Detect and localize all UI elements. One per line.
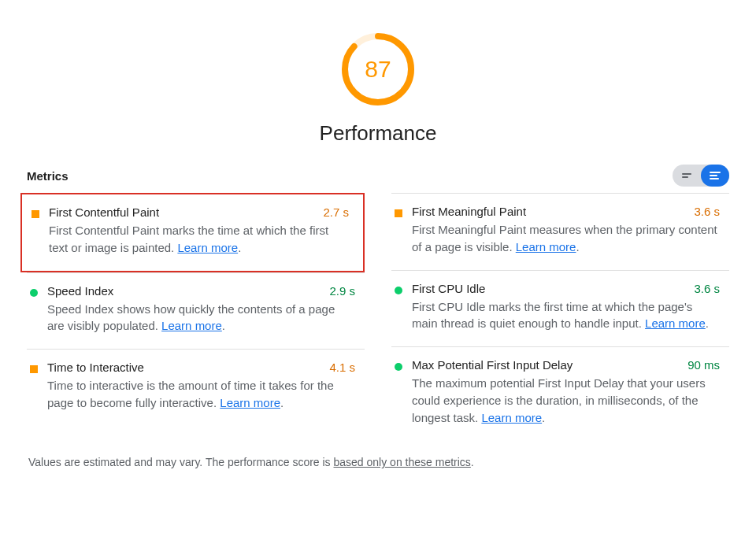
learn-more-link[interactable]: Learn more xyxy=(645,316,706,330)
metric-value: 4.1 s xyxy=(329,361,355,374)
metric-body: First CPU Idle3.6 sFirst CPU Idle marks … xyxy=(412,282,726,333)
metric-head: First CPU Idle3.6 s xyxy=(412,282,720,295)
metric-title: First Meaningful Paint xyxy=(412,205,526,218)
metric-desc: Time to interactive is the amount of tim… xyxy=(47,377,355,412)
status-circle-icon xyxy=(395,363,402,371)
metric-desc: First Meaningful Paint measures when the… xyxy=(412,221,720,256)
metrics-columns: First Contentful Paint2.7 sFirst Content… xyxy=(27,193,729,440)
metric-title: Speed Index xyxy=(47,284,113,298)
metric-desc: The maximum potential First Input Delay … xyxy=(412,375,720,426)
learn-more-link[interactable]: Learn more xyxy=(481,411,542,424)
metric-head: Speed Index2.9 s xyxy=(47,284,355,298)
metric-body: Max Potential First Input Delay90 msThe … xyxy=(412,358,726,426)
metric-value: 2.7 s xyxy=(323,205,349,219)
metric-row: Time to Interactive4.1 sTime to interact… xyxy=(27,349,365,426)
footnote-link[interactable]: based only on these metrics xyxy=(334,456,471,468)
period: . xyxy=(576,240,579,253)
period: . xyxy=(222,319,225,332)
status-square-icon xyxy=(30,365,38,373)
period: . xyxy=(542,411,545,424)
status-square-icon xyxy=(395,209,402,217)
score-gauge: 87 xyxy=(340,31,416,107)
metric-head: First Contentful Paint2.7 s xyxy=(49,205,349,219)
metric-title: First Contentful Paint xyxy=(49,205,159,219)
metric-value: 90 ms xyxy=(687,358,720,372)
view-expanded-button[interactable] xyxy=(701,165,729,187)
learn-more-link[interactable]: Learn more xyxy=(220,396,280,409)
metrics-header: Metrics xyxy=(27,165,729,187)
metric-body: First Contentful Paint2.7 sFirst Content… xyxy=(49,205,355,257)
metric-title: First CPU Idle xyxy=(412,282,485,295)
metric-body: Speed Index2.9 sSpeed Index shows how qu… xyxy=(47,284,361,335)
status-circle-icon xyxy=(30,289,38,297)
learn-more-link[interactable]: Learn more xyxy=(516,240,576,253)
learn-more-link[interactable]: Learn more xyxy=(177,241,238,254)
view-compact-button[interactable] xyxy=(673,165,701,187)
period: . xyxy=(280,396,284,409)
metrics-col-left: First Contentful Paint2.7 sFirst Content… xyxy=(27,193,365,440)
metric-desc-text: The maximum potential First Input Delay … xyxy=(412,376,706,424)
gauge-score: 87 xyxy=(340,31,416,107)
metric-body: First Meaningful Paint3.6 sFirst Meaning… xyxy=(412,205,726,256)
metrics-section-title: Metrics xyxy=(27,169,69,183)
metric-row: Speed Index2.9 sSpeed Index shows how qu… xyxy=(27,272,365,350)
metric-head: Time to Interactive4.1 s xyxy=(47,361,355,374)
metrics-col-right: First Meaningful Paint3.6 sFirst Meaning… xyxy=(391,193,729,440)
learn-more-link[interactable]: Learn more xyxy=(161,319,222,332)
metric-desc: First CPU Idle marks the first time at w… xyxy=(412,298,720,333)
period: . xyxy=(706,316,709,330)
metric-desc-text: Time to interactive is the amount of tim… xyxy=(47,379,334,409)
status-square-icon xyxy=(32,210,39,218)
view-toggle xyxy=(673,165,729,187)
metric-row: First Meaningful Paint3.6 sFirst Meaning… xyxy=(391,193,729,270)
footnote: Values are estimated and may vary. The p… xyxy=(27,456,729,468)
metric-desc: Speed Index shows how quickly the conten… xyxy=(47,301,355,335)
performance-report: 87 Performance Metrics First Contentful xyxy=(0,0,756,468)
metric-row: First CPU Idle3.6 sFirst CPU Idle marks … xyxy=(391,270,729,347)
status-circle-icon xyxy=(395,287,402,294)
gauge-area: 87 Performance xyxy=(27,0,729,146)
gauge-title: Performance xyxy=(27,121,729,146)
metric-row: First Contentful Paint2.7 sFirst Content… xyxy=(20,193,365,272)
metric-row: Max Potential First Input Delay90 msThe … xyxy=(391,346,729,440)
metric-body: Time to Interactive4.1 sTime to interact… xyxy=(47,361,361,412)
period: . xyxy=(238,241,241,254)
metric-title: Max Potential First Input Delay xyxy=(412,358,573,372)
metric-title: Time to Interactive xyxy=(47,361,144,374)
metric-desc: First Contentful Paint marks the time at… xyxy=(49,222,349,257)
footnote-prefix: Values are estimated and may vary. The p… xyxy=(28,456,334,468)
compact-view-icon xyxy=(682,173,691,178)
metric-value: 3.6 s xyxy=(694,205,720,218)
metric-head: Max Potential First Input Delay90 ms xyxy=(412,358,720,372)
metric-value: 3.6 s xyxy=(694,282,720,295)
expanded-view-icon xyxy=(710,172,721,179)
metric-head: First Meaningful Paint3.6 s xyxy=(412,205,720,218)
footnote-suffix: . xyxy=(471,456,474,468)
metric-value: 2.9 s xyxy=(329,284,355,298)
